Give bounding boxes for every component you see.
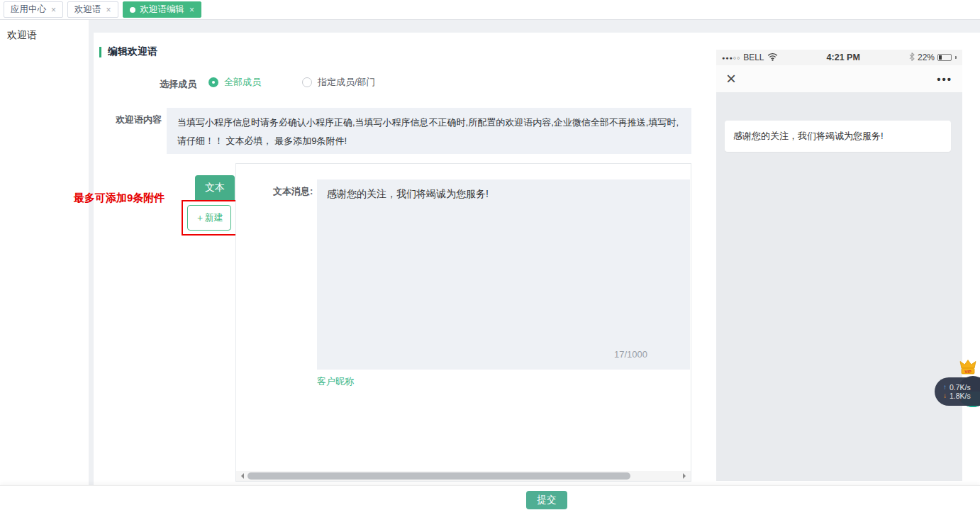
text-message-label: 文本消息: [273, 185, 313, 198]
download-arrow-icon: ↓ [943, 392, 947, 399]
status-right-cluster: 22% [909, 52, 957, 63]
phone-status-bar: ●●●○○ BELL 4:21 PM 22% [716, 50, 962, 65]
upload-speed: 0.7K/s [950, 384, 971, 392]
battery-percent: 22% [918, 52, 935, 62]
upload-arrow-icon: ↑ [943, 384, 947, 391]
annotation-text: 最多可添加9条附件 [74, 192, 165, 205]
horizontal-scrollbar[interactable] [236, 471, 691, 481]
download-speed: 1.8K/s [950, 392, 971, 400]
vip-label: VIP [964, 370, 971, 374]
tab-label: 欢迎语编辑 [140, 4, 185, 16]
phone-close-icon[interactable]: × [726, 70, 736, 87]
scroll-right-arrow-icon[interactable] [683, 473, 689, 479]
phone-preview: ●●●○○ BELL 4:21 PM 22% [716, 50, 962, 481]
title-accent-bar [99, 47, 101, 57]
page-title: 编辑欢迎语 [108, 45, 157, 58]
message-bubble: 感谢您的关注，我们将竭诚为您服务! [725, 121, 951, 152]
tab-app-center[interactable]: 应用中心 × [4, 1, 63, 18]
signal-dots-icon: ●●●○○ [722, 55, 740, 60]
footer-bar [0, 485, 980, 515]
battery-icon [937, 54, 952, 61]
member-select-label: 选择成员 [160, 78, 196, 91]
notice-box: 当填写小程序信息时请务必确认小程序正确,当填写小程序信息不正确时,所配置的欢迎语… [167, 108, 691, 154]
section-title: 编辑欢迎语 [99, 45, 157, 58]
phone-more-icon[interactable]: ••• [937, 73, 952, 85]
tab-label: 应用中心 [11, 4, 46, 16]
tab-close-icon[interactable]: × [106, 6, 111, 14]
sidebar-item-welcome[interactable]: 欢迎语 [0, 20, 89, 42]
vip-crown-icon: VIP [959, 359, 977, 379]
add-attachment-button[interactable]: ＋新建 [187, 205, 231, 231]
text-attachment-tab[interactable]: 文本 [195, 175, 235, 201]
scroll-left-arrow-icon[interactable] [238, 473, 244, 479]
radio-all-members[interactable] [208, 77, 218, 87]
tab-welcome-edit[interactable]: 欢迎语编辑 × [123, 1, 202, 18]
phone-chat-body: 感谢您的关注，我们将竭诚为您服务! [716, 92, 962, 481]
active-tab-dot-icon [130, 7, 135, 13]
message-textarea[interactable]: 感谢您的关注，我们将竭诚为您服务! [317, 179, 690, 370]
char-counter: 17/1000 [614, 349, 647, 360]
tab-close-icon[interactable]: × [51, 6, 56, 14]
tab-label: 欢迎语 [74, 4, 101, 16]
phone-time: 4:21 PM [778, 52, 909, 62]
radio-specified-members[interactable] [302, 77, 312, 87]
phone-nav-bar: × ••• [716, 65, 962, 92]
battery-nub [955, 56, 957, 59]
scrollbar-thumb[interactable] [247, 472, 630, 480]
radio-specified-members-label[interactable]: 指定成员/部门 [318, 76, 376, 89]
bluetooth-icon [909, 52, 915, 63]
tab-close-icon[interactable]: × [189, 6, 194, 14]
wifi-icon [767, 52, 778, 63]
submit-button[interactable]: 提交 [526, 491, 567, 509]
welcome-content-label: 欢迎语内容 [116, 113, 162, 126]
sidebar: 欢迎语 [0, 20, 89, 515]
radio-all-members-label[interactable]: 全部成员 [224, 76, 261, 89]
network-speed-widget[interactable]: ↑ 0.7K/s ↓ 1.8K/s [935, 377, 980, 406]
carrier-label: BELL [743, 52, 764, 62]
tab-welcome[interactable]: 欢迎语 × [67, 1, 118, 18]
app-root: 应用中心 × 欢迎语 × 欢迎语编辑 × 欢迎语 编辑欢迎语 选择成员 全部成员… [0, 0, 980, 515]
customer-nickname-link[interactable]: 客户昵称 [317, 375, 354, 388]
tab-bar: 应用中心 × 欢迎语 × 欢迎语编辑 × [0, 0, 980, 20]
member-radio-group: 全部成员 指定成员/部门 [208, 76, 376, 89]
